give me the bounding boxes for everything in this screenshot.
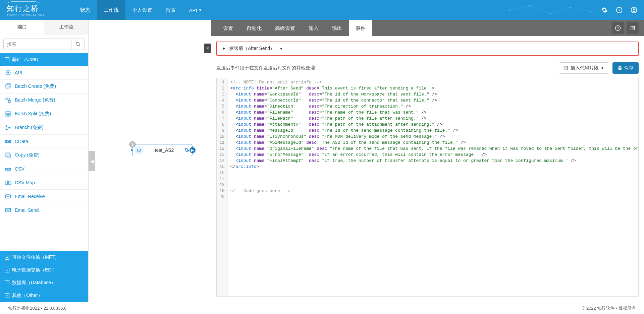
nav-profile[interactable]: 个人设置 bbox=[125, 0, 159, 20]
connector-api[interactable]: API bbox=[0, 66, 88, 80]
svg-text:.CSV: .CSV bbox=[6, 168, 10, 170]
svg-point-4 bbox=[590, 11, 591, 12]
document-icon bbox=[564, 66, 569, 70]
svg-rect-35 bbox=[6, 195, 11, 198]
svg-line-14 bbox=[79, 45, 80, 46]
caret-down-icon: ▼ bbox=[199, 8, 202, 12]
help-icon[interactable]: ? bbox=[616, 7, 623, 13]
nav-items: 状态 工作流 个人设置 报表 API▼ bbox=[73, 0, 209, 20]
code-editor[interactable]: 1234567891011121314151617181920 <!-- NOT… bbox=[216, 78, 639, 297]
connector-batch-create[interactable]: Batch Create (免费) bbox=[0, 80, 88, 93]
svg-rect-23 bbox=[8, 114, 10, 116]
svg-point-25 bbox=[6, 129, 7, 130]
svg-rect-22 bbox=[6, 114, 8, 116]
svg-point-1 bbox=[529, 5, 531, 7]
caret-down-icon: ▼ bbox=[601, 66, 604, 70]
connector-batch-split[interactable]: Batch Split (免费) bbox=[0, 107, 88, 121]
svg-point-24 bbox=[6, 125, 7, 127]
nav-right: ? bbox=[601, 7, 637, 13]
csv-icon: .CSV bbox=[5, 166, 11, 172]
connector-cdata[interactable]: CCData bbox=[0, 135, 88, 148]
node-gear-icon[interactable] bbox=[183, 147, 190, 153]
category-mft[interactable]: +可控文件传输（MFT） bbox=[0, 251, 88, 264]
svg-rect-34 bbox=[9, 181, 11, 184]
tab-output[interactable]: 输出 bbox=[325, 20, 349, 36]
svg-line-7 bbox=[550, 7, 570, 13]
tab-settings[interactable]: 设置 bbox=[216, 20, 240, 36]
tab-automation[interactable]: 自动化 bbox=[240, 20, 268, 36]
svg-point-0 bbox=[509, 9, 511, 11]
code-area[interactable]: <!-- NOTE: Do not edit arc:info --><arc:… bbox=[228, 78, 638, 296]
node-badge: 1 bbox=[129, 141, 136, 148]
right-panel: 设置 自动化 高级设置 输入 输出 事件 ? 发送后（After Send） ▼… bbox=[211, 20, 644, 302]
api-icon bbox=[5, 69, 11, 76]
category-edi[interactable]: +电子数据交换（EDI） bbox=[0, 264, 88, 276]
panel-tabs: 设置 自动化 高级设置 输入 输出 事件 ? bbox=[211, 20, 644, 36]
connector-branch[interactable]: Branch (免费) bbox=[0, 121, 88, 135]
caret-down-icon: ▼ bbox=[279, 47, 283, 51]
svg-point-38 bbox=[139, 150, 139, 150]
footer: 知行之桥® 2022 - 22.0.8336.0 © 2022 知行软件 - 版… bbox=[0, 302, 644, 314]
event-dropdown[interactable]: 发送后（After Send） ▼ bbox=[216, 42, 639, 56]
event-dropdown-label: 发送后（After Send） bbox=[229, 46, 275, 52]
batch-create-icon bbox=[5, 83, 11, 90]
category-core[interactable]: − 基础（Core） bbox=[0, 53, 88, 66]
sidebar-tabs: 端口 工作流 bbox=[0, 20, 88, 35]
svg-line-6 bbox=[530, 6, 550, 13]
connector-email-receive[interactable]: Email Receive bbox=[0, 190, 88, 203]
svg-rect-30 bbox=[7, 154, 10, 158]
connector-batch-merge[interactable]: Batch Merge (免费) bbox=[0, 93, 88, 107]
svg-text:?: ? bbox=[617, 26, 619, 30]
nav-workflow[interactable]: 工作流 bbox=[97, 0, 125, 20]
svg-point-3 bbox=[570, 7, 571, 8]
connector-csv-map[interactable]: CSV Map bbox=[0, 176, 88, 190]
svg-rect-20 bbox=[8, 101, 10, 103]
svg-rect-21 bbox=[6, 112, 10, 114]
connector-csv[interactable]: .CSVCSV bbox=[0, 162, 88, 176]
bolt-icon bbox=[222, 46, 226, 51]
svg-line-5 bbox=[510, 6, 530, 10]
category-other[interactable]: +其他（Other） bbox=[0, 289, 88, 302]
category-core-label: 基础（Core） bbox=[12, 57, 41, 63]
save-icon bbox=[618, 66, 622, 70]
connector-email-send[interactable]: Email Send bbox=[0, 203, 88, 217]
svg-line-8 bbox=[570, 7, 590, 12]
save-button[interactable]: 保存 bbox=[612, 62, 639, 74]
canvas[interactable]: ◀ × 1 test_AS2 ▶ bbox=[89, 20, 211, 302]
gear-icon[interactable] bbox=[601, 7, 608, 13]
connector-copy[interactable]: Copy (免费) bbox=[0, 148, 88, 162]
close-panel-button[interactable]: × bbox=[204, 44, 211, 53]
search-button[interactable] bbox=[71, 39, 85, 50]
nav-status[interactable]: 状态 bbox=[73, 0, 97, 20]
panel-popout-button[interactable] bbox=[627, 22, 639, 34]
tab-input[interactable]: 输入 bbox=[302, 20, 325, 36]
cdata-icon: C bbox=[5, 138, 11, 145]
minus-square-icon: − bbox=[5, 57, 9, 62]
search-row bbox=[0, 35, 88, 53]
tab-events[interactable]: 事件 bbox=[349, 20, 372, 36]
workflow-node[interactable]: 1 test_AS2 ▶ bbox=[132, 144, 193, 156]
user-icon[interactable] bbox=[631, 7, 637, 13]
footer-copyright: © 2022 知行软件 - 版权所有 bbox=[582, 305, 636, 311]
email-send-icon bbox=[5, 207, 11, 213]
search-icon bbox=[75, 42, 81, 47]
node-input-port[interactable] bbox=[131, 149, 133, 151]
panel-help-button[interactable]: ? bbox=[612, 22, 624, 34]
svg-point-26 bbox=[9, 127, 11, 129]
tab-advanced[interactable]: 高级设置 bbox=[268, 20, 302, 36]
sidebar-collapse-handle[interactable]: ◀ bbox=[89, 151, 95, 171]
sidebar-tab-port[interactable]: 端口 bbox=[0, 20, 44, 35]
insert-snippet-button[interactable]: 插入代码片段 ▼ bbox=[559, 62, 609, 74]
nav-reports[interactable]: 报表 bbox=[159, 0, 182, 20]
svg-point-12 bbox=[633, 8, 635, 10]
node-output-port[interactable]: ▶ bbox=[190, 147, 196, 153]
batch-split-icon bbox=[5, 111, 11, 117]
sidebar-tab-workflow[interactable]: 工作流 bbox=[44, 20, 88, 35]
search-input[interactable] bbox=[3, 39, 71, 50]
nav-api[interactable]: API▼ bbox=[182, 0, 209, 20]
svg-point-2 bbox=[549, 13, 551, 14]
logo: 知行之桥 ARCBEE INTERNATIONAL bbox=[7, 4, 47, 17]
as2-icon bbox=[135, 146, 143, 154]
category-database[interactable]: +数据库（Database） bbox=[0, 276, 88, 289]
sidebar: 端口 工作流 − 基础（Core） API Batch Create (免费) … bbox=[0, 20, 89, 302]
